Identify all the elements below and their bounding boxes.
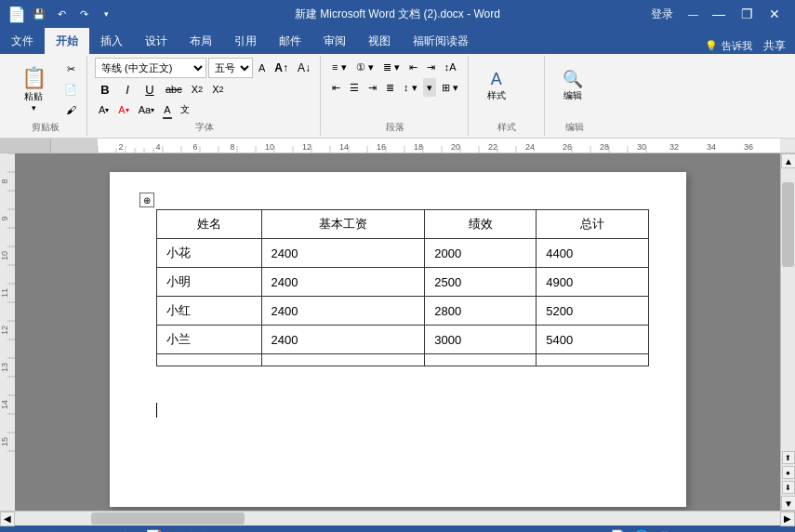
scroll-up-button[interactable]: ▲ [781, 153, 795, 168]
minimize-button[interactable]: — [706, 4, 732, 24]
italic-button[interactable]: I [117, 80, 138, 99]
highlight-button[interactable]: A▾ [95, 100, 113, 119]
document-area[interactable]: ⊕ 姓名基本工资绩效总计小花240020004400小明240025004900… [15, 153, 780, 511]
paste-dropdown[interactable]: ▾ [32, 103, 36, 113]
align-right-button[interactable]: ⇥ [364, 78, 380, 97]
table-move-handle[interactable]: ⊕ [139, 193, 154, 207]
table-cell[interactable]: 3000 [425, 326, 537, 354]
share-button[interactable]: 共享 [763, 38, 786, 54]
table-cell[interactable]: 2500 [425, 268, 537, 297]
select-page-btn[interactable]: ● [782, 466, 795, 479]
table-cell[interactable]: 小明 [156, 268, 261, 297]
tab-insert[interactable]: 插入 [89, 28, 134, 54]
sort-button[interactable]: ↕A [441, 58, 460, 76]
table-cell[interactable]: 5400 [537, 326, 648, 354]
superscript-button[interactable]: X2 [208, 80, 227, 99]
table-cell[interactable] [425, 354, 537, 366]
cursor-area[interactable] [156, 384, 640, 418]
font-size-grow-button[interactable]: A↑ [271, 59, 292, 77]
scroll-track[interactable] [781, 168, 795, 449]
table-header: 基本工资 [261, 210, 425, 239]
page-down-btn[interactable]: ⬇ [782, 481, 795, 494]
justify-button[interactable]: ≣ [382, 78, 398, 97]
cut-button[interactable]: ✂ 剪切 [60, 60, 81, 78]
tab-design[interactable]: 设计 [134, 28, 179, 54]
h-scroll-track[interactable] [15, 512, 780, 525]
format-painter-button[interactable]: 🖌 [60, 100, 81, 119]
tab-references[interactable]: 引用 [223, 28, 268, 54]
shading-button[interactable]: ▾ [423, 78, 436, 97]
login-text[interactable]: 登录 [651, 7, 673, 22]
table-cell[interactable] [156, 354, 261, 366]
scroll-down-button[interactable]: ▼ [781, 496, 795, 511]
svg-text:34: 34 [707, 142, 716, 152]
table-cell[interactable] [537, 354, 648, 366]
quick-access-dropdown[interactable]: ▾ [97, 5, 115, 23]
tab-layout[interactable]: 布局 [179, 28, 223, 54]
underline-button[interactable]: U [139, 80, 160, 99]
clear-format-button[interactable]: A [255, 59, 269, 77]
font-effects-button[interactable]: A [160, 100, 174, 119]
tab-file[interactable]: 文件 [0, 28, 45, 54]
svg-text:16: 16 [377, 142, 386, 152]
font-family-select[interactable]: 等线 (中文正文) [95, 58, 206, 78]
font-size-select[interactable]: 五号 [208, 58, 253, 78]
tab-home[interactable]: 开始 [45, 28, 89, 54]
bullets-button[interactable]: ≡ ▾ [328, 58, 350, 76]
line-spacing-button[interactable]: ↕ ▾ [400, 78, 421, 97]
table-cell[interactable]: 小兰 [156, 326, 261, 354]
table-cell[interactable]: 5200 [537, 297, 648, 326]
undo-quick-btn[interactable]: ↶ [52, 5, 71, 23]
svg-text:8: 8 [230, 142, 234, 152]
table-cell[interactable]: 4900 [537, 268, 648, 297]
table-cell[interactable]: 4400 [537, 239, 648, 268]
subscript-button[interactable]: X2 [188, 80, 206, 99]
table-cell[interactable]: 小红 [156, 297, 261, 326]
svg-text:26: 26 [563, 142, 572, 152]
table-cell[interactable]: 2400 [261, 326, 425, 354]
phonetic-button[interactable]: 文 [177, 100, 193, 119]
save-quick-btn[interactable]: 💾 [30, 5, 48, 23]
page-up-btn[interactable]: ⬆ [782, 451, 795, 464]
scroll-left-button[interactable]: ◀ [0, 512, 15, 526]
status-bar: 第 1 页，共 2 页 54 个字 📝 中文(中国) 📄 🌐 📖 108% [0, 525, 795, 532]
align-center-button[interactable]: ☰ [346, 78, 363, 97]
help-input[interactable]: 💡 告诉我 [705, 39, 752, 53]
table-cell[interactable] [261, 354, 425, 366]
editing-button[interactable]: 🔍 编辑 [552, 58, 593, 113]
table-cell[interactable]: 2400 [261, 268, 425, 297]
scroll-right-button[interactable]: ▶ [780, 512, 795, 526]
paste-button[interactable]: 📋 粘贴 ▾ [9, 61, 58, 117]
redo-quick-btn[interactable]: ↷ [74, 5, 93, 23]
paste-icon: 📋 [21, 66, 46, 90]
table-cell[interactable]: 2000 [425, 239, 537, 268]
borders-button[interactable]: ⊞ ▾ [438, 78, 462, 97]
scroll-thumb[interactable] [782, 182, 794, 267]
numbering-button[interactable]: ① ▾ [352, 58, 378, 76]
multilevel-button[interactable]: ≣ ▾ [379, 58, 404, 76]
table-cell[interactable]: 2800 [425, 297, 537, 326]
styles-button[interactable]: A 样式 [476, 58, 517, 113]
tab-mailings[interactable]: 邮件 [268, 28, 312, 54]
align-left-button[interactable]: ⇤ [328, 78, 344, 97]
group-font: 等线 (中文正文) 五号 A A↑ A↓ B I U abc X2 X2 [89, 56, 321, 136]
increase-indent-button[interactable]: ⇥ [423, 58, 439, 76]
h-scroll-thumb[interactable] [91, 512, 245, 525]
restore-button[interactable]: ❐ [734, 4, 760, 24]
close-button[interactable]: ✕ [762, 4, 788, 24]
title-bar-left: 📄 💾 ↶ ↷ ▾ [7, 5, 115, 23]
bold-button[interactable]: B [95, 80, 115, 99]
table-cell[interactable]: 2400 [261, 297, 425, 326]
svg-text:9: 9 [0, 216, 9, 220]
text-color-button[interactable]: A▾ [114, 100, 132, 119]
strikethrough-button[interactable]: abc [162, 80, 186, 99]
copy-button[interactable]: 📄 [60, 80, 81, 99]
table-cell[interactable]: 2400 [261, 239, 425, 268]
font-aa-button[interactable]: Aa▾ [135, 100, 158, 119]
table-cell[interactable]: 小花 [156, 239, 261, 268]
tab-review[interactable]: 审阅 [312, 28, 357, 54]
decrease-indent-button[interactable]: ⇤ [405, 58, 421, 76]
tab-view[interactable]: 视图 [357, 28, 402, 54]
tab-foxit[interactable]: 福昕阅读器 [402, 28, 480, 54]
font-size-shrink-button[interactable]: A↓ [294, 59, 314, 77]
